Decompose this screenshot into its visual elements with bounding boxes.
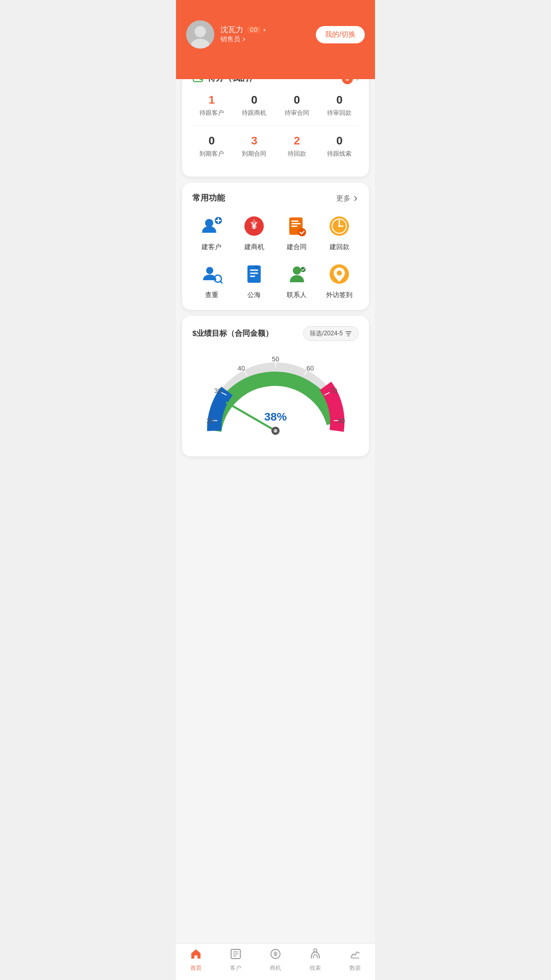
svg-text:50: 50 [272,355,279,363]
nav-opportunity-label: 商机 [256,964,295,972]
svg-point-29 [337,271,342,276]
location-icon [327,262,352,286]
filter-button[interactable]: 筛选/2024-5 [303,326,359,341]
leads-icon [295,948,335,963]
svg-text:20: 20 [207,417,214,425]
bottom-nav: 首页 客户 $ 商机 [176,943,375,980]
nav-data[interactable]: 数据 [335,948,375,972]
user-role: 销售员 [220,35,267,44]
function-dedup[interactable]: 查重 [192,262,231,300]
svg-text:80: 80 [338,417,345,425]
avatar [186,20,214,48]
contact-icon [285,262,309,286]
svg-point-56 [314,949,317,952]
performance-title: $业绩目标（合同金额） [192,329,273,338]
svg-rect-13 [291,223,300,225]
svg-point-48 [274,429,278,433]
svg-line-21 [220,281,222,283]
function-create-customer[interactable]: 建客户 [192,214,231,252]
document-icon [242,262,266,286]
stat-pending-customer[interactable]: 1 待跟客户 [192,93,231,117]
nav-customer[interactable]: 客户 [216,948,256,972]
user-name-text: 沈瓦力 [220,25,243,35]
name-tag: CO [247,27,260,33]
svg-rect-23 [250,270,258,271]
user-plus-icon [199,214,224,238]
switch-button[interactable]: 我的/切换 [316,26,365,43]
function-create-payment[interactable]: 建回款 [320,214,359,252]
performance-header: $业绩目标（合同金额） 筛选/2024-5 [192,326,359,341]
svg-text:30: 30 [214,387,221,395]
nav-home-label: 首页 [176,964,216,972]
svg-text:40: 40 [238,364,245,372]
nav-leads-label: 线索 [295,964,335,972]
stat-pending-leads[interactable]: 0 待跟线索 [320,134,359,158]
function-label-create-customer: 建客户 [192,242,231,252]
home-icon [176,948,216,963]
nav-data-label: 数据 [335,964,375,972]
svg-point-15 [298,228,306,236]
data-icon [335,948,375,963]
stat-pending-payment[interactable]: 0 待审回款 [320,93,359,117]
more-button[interactable]: 更多 [336,194,359,203]
stat-expired-contract[interactable]: 3 到期合同 [235,134,274,158]
stat-pending-opportunity[interactable]: 0 待跟商机 [235,93,274,117]
svg-rect-22 [247,265,261,283]
function-label-create-contract: 建合同 [278,242,316,252]
stats-divider [192,126,359,126]
stat-await-payment[interactable]: 2 待回款 [278,134,316,158]
svg-point-19 [206,267,213,274]
svg-rect-12 [291,220,298,222]
business-icon: ¥ [242,214,266,238]
functions-header: 常用功能 更多 [192,193,359,204]
function-contact[interactable]: 联系人 [278,262,316,300]
user-info: 沈瓦力 CO 销售员 [186,20,267,48]
svg-point-18 [338,225,340,227]
nav-leads[interactable]: 线索 [295,948,335,972]
gauge-container: 50 40 30 20 60 70 80 [192,349,359,446]
performance-card: $业绩目标（合同金额） 筛选/2024-5 [182,316,369,456]
opportunity-icon: $ [256,948,295,963]
todo-stats-row2: 0 到期客户 3 到期合同 2 待回款 0 待跟线索 [192,134,359,158]
svg-text:60: 60 [307,364,314,372]
search-user-icon [199,262,224,286]
function-visit-checkin[interactable]: 外访签到 [320,262,359,300]
functions-title: 常用功能 [192,193,225,204]
payment-icon [327,214,352,238]
stat-pending-contract[interactable]: 0 待审合同 [278,93,316,117]
svg-text:70: 70 [330,387,337,395]
header-section: 沈瓦力 CO 销售员 我的/切换 [176,0,375,79]
svg-point-26 [293,266,301,275]
function-create-opportunity[interactable]: ¥ 建商机 [235,214,274,252]
svg-point-5 [205,219,213,227]
function-public-pool[interactable]: 公海 [235,262,274,300]
todo-stats-row1: 1 待跟客户 0 待跟商机 0 待审合同 0 待审回款 [192,93,359,117]
function-label-visit-checkin: 外访签到 [320,290,359,300]
function-label-dedup: 查重 [192,290,231,300]
functions-card: 常用功能 更多 建客户 [182,183,369,310]
gauge-chart: 50 40 30 20 60 70 80 [199,354,352,446]
svg-rect-25 [250,276,255,277]
function-label-create-opportunity: 建商机 [235,242,274,252]
customer-icon [216,948,256,963]
functions-grid: 建客户 ¥ 建商机 [192,214,359,300]
function-label-public-pool: 公海 [235,290,274,300]
function-label-create-payment: 建回款 [320,242,359,252]
svg-rect-24 [250,273,258,274]
stat-expired-customer[interactable]: 0 到期客户 [192,134,231,158]
function-create-contract[interactable]: 建合同 [278,214,316,252]
contract-icon [285,214,309,238]
nav-home[interactable]: 首页 [176,948,216,972]
nav-opportunity[interactable]: $ 商机 [256,948,295,972]
user-text: 沈瓦力 CO 销售员 [220,25,267,44]
svg-text:38%: 38% [264,410,287,423]
function-label-contact: 联系人 [278,290,316,300]
nav-customer-label: 客户 [216,964,256,972]
svg-rect-14 [291,226,297,227]
svg-point-1 [195,26,206,37]
